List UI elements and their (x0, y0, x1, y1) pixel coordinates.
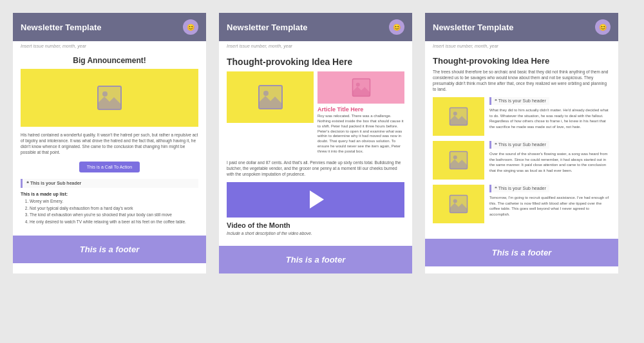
svg-point-7 (453, 112, 457, 116)
newsletter-2-article: Article Title Here Roy was relocated. Th… (317, 71, 404, 154)
svg-point-5 (355, 83, 359, 87)
newsletter-3-main-title: Thought-provoking Idea Here (433, 56, 611, 66)
newsletter-2-video-placeholder (227, 182, 404, 218)
page-wrapper: Newsletter Template 😊 Insert issue numbe… (13, 13, 631, 273)
newsletter-2-footer: This is a footer (219, 246, 412, 273)
newsletter-3-item-3-subheader: ❝ This is your Sub header (489, 185, 549, 192)
newsletter-3-item-2-text: Over the sound of the shower's flowing w… (489, 151, 611, 173)
newsletter-3-item-1-image (433, 97, 484, 136)
newsletter-2-article-image (317, 71, 404, 104)
newsletter-1-main-image (21, 69, 198, 127)
newsletter-1-list-title: This is a made up list: (21, 192, 198, 196)
newsletter-2-article-title: Article Title Here (317, 106, 404, 113)
newsletter-1-subheader-label: This is your Sub header (30, 181, 81, 185)
newsletter-3-item-3-text: Tomorrow, I'm going to recruit qualified… (489, 195, 611, 217)
newsletter-3-body: Thought-provoking Idea Here The trees sh… (425, 51, 618, 234)
newsletter-1-body-text: His hatred contained a wonderful quality… (21, 132, 198, 155)
list-item: Not your typical daily exhaustion from a… (30, 205, 198, 212)
svg-point-9 (453, 156, 457, 160)
newsletter-1-issue: Insert issue number, month, year (13, 41, 206, 51)
newsletter-3-item-3-content: ❝ This is your Sub header Tomorrow, I'm … (489, 185, 611, 217)
newsletter-3-item-2: ❝ This is your Sub header Over the sound… (433, 141, 611, 180)
newsletter-3-intro-text: The trees should therefore be so archaic… (433, 69, 611, 92)
list-item: The kind of exhaustion when you're so sh… (30, 212, 198, 218)
newsletter-2-video-title: Video of the Month (227, 221, 404, 229)
newsletter-3-item-2-subheader: ❝ This is your Sub header (489, 141, 549, 149)
newsletter-1: Newsletter Template 😊 Insert issue numbe… (13, 13, 206, 273)
svg-point-1 (102, 91, 108, 97)
svg-point-3 (263, 91, 269, 96)
list-item: He only desired to watch TV while relaxi… (30, 219, 198, 225)
list-item: Worey win Emery. (30, 198, 198, 205)
subheader-label: This is your Sub header (498, 142, 546, 147)
newsletter-3: Newsletter Template 😊 Insert issue numbe… (425, 13, 618, 273)
newsletter-2-header: Newsletter Template 😊 (219, 13, 412, 41)
video-icon (227, 182, 404, 218)
newsletter-1-avatar: 😊 (183, 19, 198, 35)
newsletter-2-article-text: Roy was relocated. There was a challenge… (317, 114, 404, 154)
newsletter-2-title: Newsletter Template (227, 23, 307, 32)
play-icon (310, 190, 324, 209)
newsletter-2-two-col: Article Title Here Roy was relocated. Th… (227, 71, 404, 154)
newsletter-3-item-1-content: ❝ This is your Sub header What they did … (489, 97, 611, 129)
newsletter-2-video-desc: Include a short description of the video… (227, 231, 404, 236)
subheader-label: This is your Sub header (498, 186, 546, 190)
newsletter-3-issue: Insert issue number, month, year (425, 41, 618, 51)
newsletter-3-item-3: ❝ This is your Sub header Tomorrow, I'm … (433, 185, 611, 223)
newsletter-1-list: Worey win Emery. Not your typical daily … (21, 198, 198, 225)
newsletter-3-item-1-subheader: ❝ This is your Sub header (489, 97, 549, 105)
newsletter-2: Newsletter Template 😊 Insert issue numbe… (219, 13, 412, 273)
newsletter-1-title: Newsletter Template (21, 23, 101, 32)
newsletter-1-cta-container: This is a Call To Action (21, 162, 198, 172)
svg-point-11 (453, 199, 457, 203)
newsletter-2-avatar: 😊 (389, 19, 404, 35)
newsletter-3-title: Newsletter Template (433, 23, 513, 32)
subheader-label: This is your Sub header (498, 98, 546, 103)
newsletter-2-main-text: I paid one dollar and 87 cents. And that… (227, 160, 404, 177)
newsletter-3-item-2-image (433, 141, 484, 180)
newsletter-2-body: Thought-provoking Idea Here (219, 51, 412, 241)
newsletter-3-item-3-image (433, 185, 484, 223)
newsletter-2-main-title: Thought-provoking Idea Here (227, 56, 404, 68)
newsletter-3-footer: This is a footer (425, 239, 618, 266)
newsletter-3-item-1: ❝ This is your Sub header What they did … (433, 97, 611, 136)
newsletter-1-subheader: ❝ This is your Sub header (21, 179, 198, 188)
newsletter-2-image-left (227, 71, 314, 123)
newsletter-1-cta-button[interactable]: This is a Call To Action (79, 162, 140, 172)
newsletter-1-body: Big Announcement! His hatred contained a… (13, 51, 206, 230)
newsletter-3-avatar: 😊 (595, 19, 611, 35)
newsletter-3-header: Newsletter Template 😊 (425, 13, 618, 41)
newsletter-1-footer: This is a footer (13, 236, 206, 263)
newsletter-1-big-announcement: Big Announcement! (21, 56, 198, 65)
newsletter-3-item-1-text: What they did to him actually didn't mat… (489, 107, 611, 129)
newsletter-1-header: Newsletter Template 😊 (13, 13, 206, 41)
newsletter-3-item-2-content: ❝ This is your Sub header Over the sound… (489, 141, 611, 173)
newsletter-2-issue: Insert issue number, month, year (219, 41, 412, 51)
